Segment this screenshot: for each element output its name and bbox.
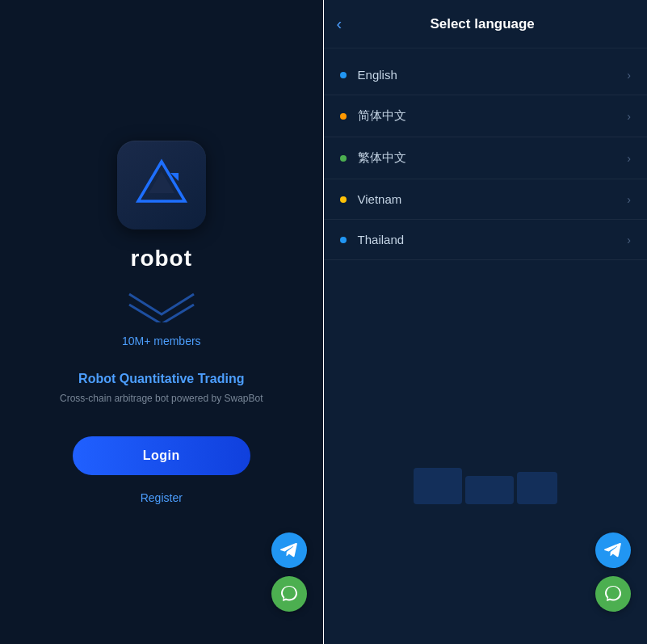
members-count: 10M+ members (122, 335, 201, 347)
language-item-thailand[interactable]: Thailand › (324, 220, 647, 260)
panel-title: Select language (355, 16, 634, 32)
box-1 (414, 468, 462, 504)
lang-chevron-traditional: › (627, 152, 631, 165)
lang-dot-vietnam (340, 196, 347, 203)
chevron-decoration (121, 282, 202, 322)
box-3 (517, 472, 557, 504)
fab-container-right (595, 532, 631, 612)
left-panel: robot 10M+ members Robot Quantitative Tr… (0, 0, 323, 644)
lang-dot-traditional (340, 155, 347, 162)
chat-fab-right[interactable] (595, 576, 631, 612)
trading-title: Robot Quantitative Trading (78, 372, 244, 386)
chat-fab-left[interactable] (271, 576, 307, 612)
lang-name-thailand: Thailand (358, 233, 628, 246)
box-visual (414, 468, 557, 504)
language-list: English › 简体中文 › 繁体中文 › Vietnam › Thaila… (324, 48, 647, 329)
telegram-icon-right (603, 541, 623, 560)
app-logo (117, 141, 206, 229)
language-item-english[interactable]: English › (324, 55, 647, 95)
language-item-simplified[interactable]: 简体中文 › (324, 95, 647, 137)
lang-name-simplified: 简体中文 (358, 108, 628, 124)
fab-container-left (271, 532, 307, 612)
telegram-fab-right[interactable] (595, 532, 631, 568)
lang-name-vietnam: Vietnam (358, 192, 628, 206)
chevron-svg (121, 282, 202, 322)
trading-subtitle: Cross-chain arbitrage bot powered by Swa… (60, 393, 263, 404)
logo-svg (133, 157, 190, 213)
lang-dot-simplified (340, 113, 347, 120)
language-item-vietnam[interactable]: Vietnam › (324, 179, 647, 220)
lang-dot-english (340, 72, 347, 78)
lang-chevron-thailand: › (627, 234, 631, 246)
lang-name-traditional: 繁体中文 (358, 150, 628, 166)
right-panel: ‹ Select language English › 简体中文 › 繁体中文 … (324, 0, 647, 644)
right-header: ‹ Select language (324, 0, 647, 48)
telegram-fab-left[interactable] (271, 532, 307, 568)
logo-graphic (133, 157, 190, 213)
box-2 (465, 476, 514, 504)
lang-chevron-vietnam: › (627, 193, 631, 206)
back-button[interactable]: ‹ (337, 15, 342, 33)
login-button[interactable]: Login (73, 436, 250, 475)
lang-chevron-simplified: › (627, 110, 631, 123)
lang-chevron-english: › (627, 69, 631, 82)
app-name: robot (131, 246, 193, 271)
telegram-icon (279, 541, 299, 560)
lang-name-english: English (358, 68, 628, 82)
language-item-traditional[interactable]: 繁体中文 › (324, 137, 647, 179)
lang-dot-thailand (340, 237, 347, 243)
chat-icon-right (603, 584, 623, 604)
register-link[interactable]: Register (141, 491, 183, 504)
chat-icon (279, 584, 299, 604)
